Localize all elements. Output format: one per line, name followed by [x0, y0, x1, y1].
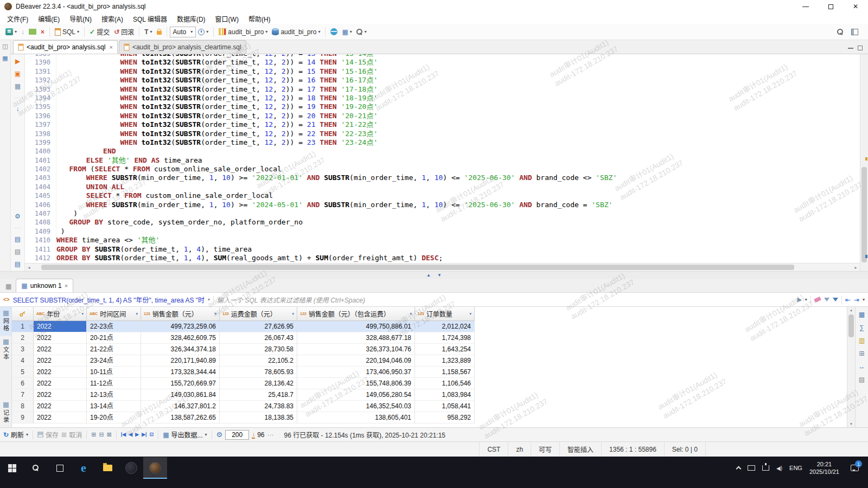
results-grid[interactable]: ABC年份▾ABC时间区间▾123销售金额（元）▾123运费金额（元）▾123销… [12, 307, 475, 423]
grid-cell[interactable]: 173,328,344.44 [141, 367, 220, 378]
clear-filter-icon[interactable] [814, 297, 821, 303]
tab-analysis-sql[interactable]: <audit_bi_pro> analysis.sql × [13, 40, 118, 54]
grid-cell[interactable]: 2022 [34, 401, 87, 412]
menu-item-1[interactable]: 文件(F) [2, 14, 33, 23]
taskbar-search-button[interactable] [24, 457, 48, 479]
new-sql-editor-button[interactable]: ▾ [3, 27, 19, 36]
grid-cell[interactable]: 1,158,567 [415, 367, 475, 378]
rollback-button[interactable]: ↺回滚 [112, 26, 136, 37]
grid-cell[interactable]: 220,171,940.89 [141, 355, 220, 367]
taskbar-dbeaver-button[interactable] [143, 457, 167, 479]
schema-selector[interactable]: audit_bi_pro▾ [270, 27, 322, 37]
scrollbar-thumb[interactable] [861, 167, 867, 262]
results-vertical-scrollbar[interactable]: ▴ ▾ [847, 307, 855, 427]
save-all-button[interactable]: ↓ [19, 28, 27, 36]
edit-filter-icon[interactable] [824, 298, 829, 304]
grid-cell[interactable]: 2022 [34, 332, 87, 344]
grid-cell[interactable]: 20-21点 [87, 332, 141, 344]
grid-cell[interactable]: 28,730.58 [220, 344, 297, 355]
commit-button[interactable]: ✓提交 [87, 26, 112, 37]
grid-cell[interactable]: 1,323,889 [415, 355, 475, 367]
database-navigator-icon[interactable]: ▦ [2, 55, 8, 62]
transaction-lock-button[interactable] [155, 28, 164, 36]
globe-button[interactable] [328, 27, 340, 36]
side-tab-3[interactable]: 记录 [0, 399, 11, 427]
column-header-5[interactable]: 123销售金额（元）（包含运费）▾ [297, 307, 415, 321]
editor-settings-button[interactable]: ⚙ [15, 213, 21, 220]
menu-item-5[interactable]: SQL 编辑器 [128, 14, 172, 23]
scroll-right-icon[interactable]: ▸ [852, 265, 860, 270]
perspective-button[interactable] [849, 28, 860, 36]
rownum-header[interactable] [12, 307, 34, 321]
menu-item-8[interactable]: 帮助(H) [244, 14, 276, 23]
grid-cell[interactable]: 18,138.35 [220, 412, 297, 423]
restore-panel-icon[interactable]: ◫ [2, 43, 8, 50]
grid-cell[interactable]: 146,352,540.03 [297, 401, 415, 412]
save-button[interactable]: 保存 [37, 430, 59, 439]
grid-cell[interactable]: 19-20点 [87, 412, 141, 423]
query-builder-button[interactable]: ▦▾ [340, 28, 354, 36]
grid-cell[interactable]: 1,106,546 [415, 378, 475, 389]
filter-funnel-icon[interactable] [833, 298, 838, 304]
grid-panel-icon[interactable]: ▦ [859, 311, 865, 318]
grid-cell[interactable]: 326,344,374.18 [141, 344, 220, 355]
sql-editor-menu-button[interactable]: SQL▾ [53, 27, 81, 37]
close-button[interactable]: ✕ [843, 0, 868, 13]
grid-cell[interactable]: 28,136.42 [220, 378, 297, 389]
search-menu-button[interactable]: ▾ [354, 28, 369, 36]
grid-cell[interactable]: 11-12点 [87, 378, 141, 389]
grid-cell[interactable]: 328,462,609.75 [141, 332, 220, 344]
transaction-mode-button[interactable]: T▾ [142, 28, 154, 36]
row-number-cell[interactable]: 6 [12, 378, 34, 389]
collapse-down-icon[interactable]: ▼ [437, 273, 442, 278]
add-row-icon[interactable]: ⊞ [91, 432, 96, 438]
delete-row-icon[interactable]: ⊠ [107, 432, 112, 438]
editor-horizontal-scrollbar[interactable]: ◂ ▸ [25, 263, 860, 271]
column-header-3[interactable]: 123销售金额（元）▾ [141, 307, 220, 321]
grid-cell[interactable]: 23-24点 [87, 355, 141, 367]
open-output-button[interactable]: ▤ [15, 235, 21, 243]
results-tab-unknown1[interactable]: ▦ unknown 1 × [16, 279, 73, 292]
export-data-button[interactable]: ▦导出数据...▾ [163, 430, 207, 439]
grid-cell[interactable]: 146,327,801.2 [141, 401, 220, 412]
grid-cell[interactable]: 2022 [34, 412, 87, 423]
grid-cell[interactable]: 21-22点 [87, 344, 141, 355]
row-number-cell[interactable]: 2 [12, 332, 34, 344]
start-button[interactable] [0, 457, 24, 479]
grid-cell[interactable]: 26,067.43 [220, 332, 297, 344]
text-panel-icon[interactable]: ▤ [859, 376, 865, 383]
column-menu-caret-icon[interactable]: ▾ [290, 312, 294, 316]
scroll-up-icon[interactable]: ▴ [850, 307, 852, 313]
duplicate-row-icon[interactable]: ⊟ [99, 432, 104, 438]
open-script-button[interactable] [27, 28, 39, 36]
row-number-cell[interactable]: 9 [12, 412, 34, 423]
scrollbar-track[interactable] [33, 264, 852, 271]
grid-cell[interactable]: 155,748,806.39 [297, 378, 415, 389]
row-number-cell[interactable]: 3 [12, 344, 34, 355]
quick-search-button[interactable] [835, 28, 846, 36]
maximize-button[interactable] [818, 0, 843, 13]
editor-vertical-scrollbar[interactable] [860, 54, 868, 271]
apply-filter-play-icon[interactable]: ▶ [797, 297, 801, 303]
last-row-button[interactable]: ▶| [142, 432, 146, 437]
display-tray-icon[interactable] [748, 465, 755, 471]
grid-cell[interactable]: 24,738.83 [220, 401, 297, 412]
scroll-down-icon[interactable]: ▾ [850, 421, 852, 427]
grid-cell[interactable]: 328,488,677.18 [297, 332, 415, 344]
editor-results-splitter[interactable]: ▲ ▼ [0, 271, 868, 279]
taskbar-explorer-button[interactable] [95, 457, 119, 479]
focus-row-button[interactable]: ⊡ [150, 432, 154, 437]
column-menu-caret-icon[interactable]: ▾ [467, 312, 471, 316]
tray-expand-icon[interactable] [736, 466, 742, 472]
execute-statement-button[interactable]: ▶ [15, 57, 20, 65]
grid-cell[interactable]: 2022 [34, 389, 87, 401]
minimize-editor-icon[interactable] [848, 48, 853, 49]
column-menu-caret-icon[interactable]: ▾ [407, 312, 412, 316]
menu-item-6[interactable]: 数据库(D) [172, 14, 210, 23]
metadata-panel-icon[interactable]: ▥ [859, 337, 865, 344]
grid-cell[interactable]: 149,030,861.84 [141, 389, 220, 401]
grid-cell[interactable]: 78,605.93 [220, 367, 297, 378]
grid-cell[interactable]: 220,194,046.09 [297, 355, 415, 367]
taskbar-clock[interactable]: 20:21 2025/10/21 [809, 460, 839, 476]
execute-script-button[interactable]: ▣ [15, 70, 21, 78]
